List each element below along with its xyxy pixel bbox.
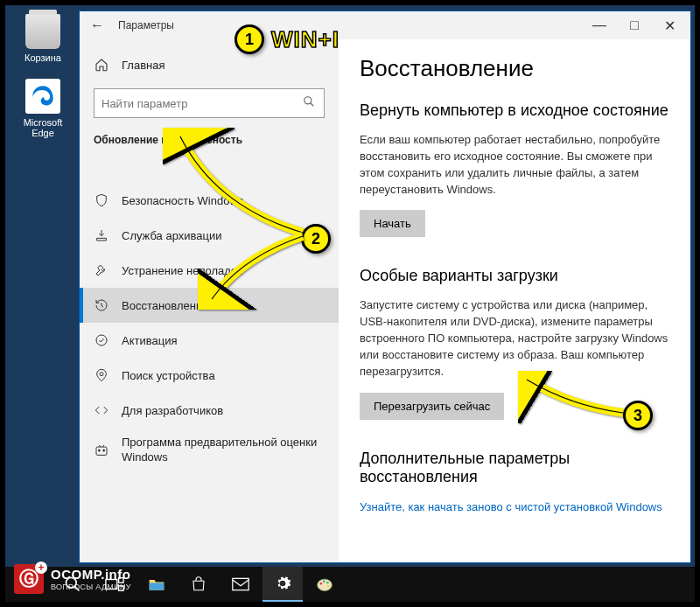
svg-rect-15 [119,586,124,591]
taskbar-search-icon[interactable] [52,567,93,602]
svg-rect-9 [24,585,31,591]
sidebar-item-security[interactable]: Безопасность Windows [80,183,339,218]
taskbar [5,567,695,602]
search-wrap [80,83,339,130]
desktop: Корзина Microsoft Edge ← Параметры — □ ✕… [5,5,695,602]
svg-point-6 [103,450,105,451]
location-icon [94,367,109,383]
sidebar-item-label: Служба архивации [122,229,222,242]
svg-point-18 [320,583,323,585]
search-input[interactable] [102,97,303,110]
svg-rect-13 [106,580,117,590]
sidebar-item-label: Устранение неполадок [122,264,242,277]
icon-label: Microsoft Edge [12,117,74,138]
settings-body: Главная Обновление и безопасность Безопа… [80,39,690,562]
titlebar: ← Параметры — □ ✕ [80,11,690,39]
page-title: Восстановление [360,55,669,82]
svg-rect-10 [32,585,38,591]
sidebar-section-title: Обновление и безопасность [80,130,339,164]
sidebar-item-activation[interactable]: Активация [80,323,339,358]
sidebar-item-label: Восстановление [122,299,208,312]
reset-start-button[interactable]: Начать [360,210,425,237]
sidebar-item-recovery[interactable]: Восстановление [80,288,339,323]
sidebar-item-find-device[interactable]: Поиск устройства [80,358,339,393]
sidebar-home-label: Главная [122,59,164,72]
sidebar-item-label: Поиск устройства [122,369,215,382]
taskbar-settings-icon[interactable] [262,567,303,602]
reset-heading: Вернуть компьютер в исходное состояние [360,101,669,120]
svg-rect-4 [96,447,107,455]
svg-point-5 [98,450,100,451]
svg-point-21 [327,585,330,588]
sidebar-item-backup[interactable]: Служба архивации [80,218,339,253]
back-button[interactable]: ← [83,17,111,33]
taskbar-store-icon[interactable] [178,567,219,602]
svg-line-12 [75,587,80,591]
recycle-bin-icon[interactable]: Корзина [12,14,74,63]
start-button[interactable] [10,567,51,602]
taskbar-paint-icon[interactable] [304,567,345,602]
restart-now-button[interactable]: Перезагрузить сейчас [360,393,504,420]
history-icon [94,297,109,313]
svg-rect-8 [32,578,38,584]
content-pane: Восстановление Вернуть компьютер в исход… [339,39,690,562]
svg-point-2 [96,335,107,345]
maximize-button[interactable]: □ [617,13,652,38]
svg-rect-7 [24,578,31,584]
check-circle-icon [94,332,109,348]
taskbar-taskview-icon[interactable] [94,567,135,602]
wrench-icon [94,262,109,278]
search-box[interactable] [94,88,325,118]
taskbar-mail-icon[interactable] [220,567,261,602]
svg-point-19 [323,580,326,583]
code-icon [94,402,109,418]
sidebar-home[interactable]: Главная [80,46,339,83]
advanced-body: Запустите систему с устройства или диска… [360,297,669,380]
sidebar-item-label: Безопасность Windows [122,194,243,207]
sidebar: Главная Обновление и безопасность Безопа… [80,39,339,562]
backup-icon [94,227,109,243]
shield-icon [94,192,109,208]
search-icon [303,95,317,111]
svg-line-1 [311,103,314,107]
svg-point-3 [100,373,103,376]
sidebar-item-developers[interactable]: Для разработчиков [80,393,339,428]
svg-rect-16 [233,578,248,590]
insider-icon [94,443,109,458]
sidebar-item-insider[interactable]: Программа предварительной оценки Windows [80,428,339,473]
svg-point-0 [304,97,312,104]
sidebar-item-label: Активация [122,334,177,347]
svg-point-11 [66,578,77,589]
taskbar-explorer-icon[interactable] [136,567,177,602]
close-button[interactable]: ✕ [652,13,687,38]
reset-body: Если ваш компьютер работает нестабильно,… [360,132,669,198]
sidebar-item-troubleshoot[interactable]: Устранение неполадок [80,253,339,288]
svg-rect-14 [119,578,124,583]
sidebar-item-label: Для разработчиков [122,404,223,417]
fresh-start-link[interactable]: Узнайте, как начать заново с чистой уста… [360,500,662,513]
desktop-icons: Корзина Microsoft Edge [12,14,74,154]
minimize-button[interactable]: — [582,13,617,38]
advanced-heading: Особые варианты загрузки [360,267,669,285]
microsoft-edge-icon[interactable]: Microsoft Edge [12,79,74,138]
sidebar-item-label: Программа предварительной оценки Windows [122,436,325,465]
icon-label: Корзина [12,52,74,63]
home-icon [94,57,109,73]
more-heading: Дополнительные параметры восстановления [360,450,669,486]
svg-point-20 [326,582,329,584]
settings-window: ← Параметры — □ ✕ Главная [79,10,691,563]
window-title: Параметры [111,19,582,31]
